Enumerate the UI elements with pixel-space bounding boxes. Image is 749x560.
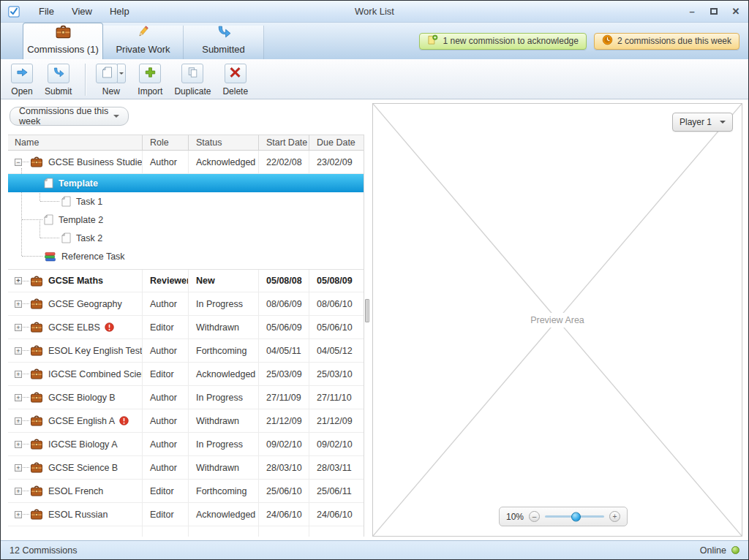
expand-toggle-icon[interactable]: +	[15, 464, 22, 472]
menu-file[interactable]: File	[30, 4, 63, 19]
notification-badge[interactable]: 1 new commission to acknowledge	[419, 33, 586, 50]
expand-toggle-icon[interactable]: +	[15, 394, 22, 401]
tree-item-label: Template 2	[59, 215, 103, 225]
minimize-button[interactable]: –	[687, 7, 697, 17]
tool-label: Open	[11, 86, 32, 97]
tree-item-label: Task 1	[76, 197, 102, 207]
filler-cell	[8, 526, 143, 537]
role-cell: Author	[143, 292, 189, 315]
commission-row[interactable]: +GCSE ELBSEditorWithdrawn05/06/0905/06/1…	[8, 316, 364, 339]
document-icon	[61, 232, 71, 243]
tree-item-template-2[interactable]: Template 2	[8, 211, 364, 229]
chevron-down-icon	[113, 115, 119, 118]
tab-private-work[interactable]: Private Work	[103, 26, 184, 59]
briefcase-icon	[30, 485, 43, 496]
tab-label: Private Work	[116, 44, 170, 55]
collapse-toggle-icon[interactable]: −	[15, 159, 22, 166]
commission-row[interactable]: +IGCSE Biology AAuthorIn Progress09/02/1…	[8, 433, 364, 456]
due-date-cell: 27/11/10	[309, 386, 364, 409]
tree-connector	[23, 350, 29, 351]
notification-badge[interactable]: 2 commissions due this week	[594, 33, 739, 50]
expand-toggle-icon[interactable]: +	[15, 488, 22, 495]
tree-item-task-2[interactable]: Task 2	[8, 229, 364, 247]
status-cell: Forthcoming	[189, 339, 259, 362]
commission-row[interactable]: +GCSE GeographyAuthorIn Progress08/06/09…	[8, 292, 364, 316]
column-header-role[interactable]: Role	[143, 135, 189, 150]
start-date-cell: 05/08/08	[259, 270, 309, 292]
open-button[interactable]: Open	[11, 64, 33, 97]
filter-dropdown[interactable]: Commissions due this week	[10, 107, 129, 126]
start-date-cell: 24/06/10	[259, 503, 309, 526]
zoom-out-button[interactable]: –	[529, 511, 540, 522]
pencil-icon	[135, 25, 151, 42]
commission-row[interactable]: +GCSE MathsReviewerNew05/08/0805/08/09	[8, 269, 364, 292]
tab-bar: Commissions (1)Private WorkSubmitted 1 n…	[1, 23, 748, 59]
scrollbar-thumb[interactable]	[365, 299, 369, 322]
column-header-status[interactable]: Status	[189, 135, 259, 150]
tab-submitted[interactable]: Submitted	[184, 26, 264, 59]
toolbar: OpenSubmitNewImportDuplicateDelete	[1, 59, 748, 99]
document-icon	[61, 196, 71, 207]
player-dropdown[interactable]: Player 1	[672, 113, 733, 132]
tree-item-task-1[interactable]: Task 1	[8, 192, 364, 211]
submit-button[interactable]: Submit	[45, 64, 72, 97]
tab-commissions[interactable]: Commissions (1)	[23, 23, 103, 59]
online-status-label: Online	[700, 545, 726, 556]
column-header-due-date[interactable]: Due Date	[309, 135, 364, 150]
expand-toggle-icon[interactable]: +	[15, 277, 22, 284]
due-date-cell: 09/02/10	[309, 433, 364, 455]
import-button[interactable]: Import	[138, 64, 162, 97]
menu-help[interactable]: Help	[101, 4, 138, 19]
expand-toggle-icon[interactable]: +	[15, 441, 22, 448]
tool-icon-box	[225, 64, 246, 83]
zoom-slider[interactable]	[545, 515, 604, 518]
expand-toggle-icon[interactable]: +	[15, 324, 22, 331]
commission-row[interactable]: +IGCSE Combined SciencesEditorAcknowledg…	[8, 363, 364, 386]
column-header-start-date[interactable]: Start Date	[259, 135, 309, 150]
commission-row[interactable]: +ESOL FrenchEditorForthcoming25/06/1025/…	[8, 480, 364, 503]
expand-toggle-icon[interactable]: +	[15, 371, 22, 378]
expand-toggle-icon[interactable]: +	[15, 347, 22, 355]
commission-row[interactable]: +ESOL RussianEditorAcknowledged24/06/102…	[8, 503, 364, 526]
expand-toggle-icon[interactable]: +	[15, 417, 22, 425]
briefcase-icon	[56, 25, 71, 42]
due-date-cell: 24/06/10	[309, 503, 364, 526]
tree-item-template[interactable]: Template	[8, 174, 364, 192]
role-cell: Author	[143, 386, 189, 409]
expand-toggle-icon[interactable]: +	[15, 511, 22, 518]
note-plus-icon	[427, 34, 438, 48]
tool-label: New	[102, 86, 120, 97]
commission-row[interactable]: +ESOL Key English TestAuthorForthcoming0…	[8, 339, 364, 363]
commission-row[interactable]: +GCSE English AAuthorWithdrawn21/12/0921…	[8, 409, 364, 433]
close-button[interactable]: ✕	[731, 7, 741, 17]
table-scrollbar	[365, 135, 370, 537]
start-date-cell: 27/11/09	[259, 386, 309, 409]
menu-view[interactable]: View	[63, 4, 101, 19]
zoom-control: 10% – +	[499, 507, 628, 526]
start-date-cell: 04/05/11	[259, 339, 309, 362]
briefcase-icon	[30, 322, 43, 333]
role-cell: Author	[143, 409, 189, 432]
zoom-in-button[interactable]: +	[609, 511, 620, 522]
new-dropdown-toggle[interactable]	[117, 64, 126, 83]
zoom-slider-thumb[interactable]	[571, 512, 581, 521]
commission-row-expanded[interactable]: −GCSE Business Studies BAuthorAcknowledg…	[8, 151, 364, 174]
delete-button[interactable]: Delete	[222, 64, 248, 97]
column-header-name[interactable]: Name	[8, 135, 143, 150]
commission-row[interactable]: +GCSE Biology BAuthorIn Progress27/11/09…	[8, 386, 364, 409]
name-cell: +GCSE Science B	[8, 456, 143, 479]
commission-name: GCSE Maths	[48, 276, 103, 286]
maximize-button[interactable]	[709, 7, 719, 17]
notification-label: 1 new commission to acknowledge	[443, 36, 578, 46]
clock-icon	[602, 34, 613, 48]
import-plus-icon	[144, 67, 157, 81]
new-button[interactable]: New	[96, 64, 126, 97]
chevron-down-icon	[720, 121, 726, 124]
expand-toggle-icon[interactable]: +	[15, 300, 22, 308]
briefcase-icon	[30, 298, 43, 309]
tree-item-reference-task[interactable]: Reference Task	[8, 247, 364, 265]
duplicate-button[interactable]: Duplicate	[174, 64, 211, 97]
commission-name: GCSE ELBS	[48, 322, 100, 333]
commission-row[interactable]: +GCSE Science BAuthorWithdrawn28/03/1028…	[8, 456, 364, 480]
name-cell: +GCSE Biology B	[8, 386, 143, 409]
